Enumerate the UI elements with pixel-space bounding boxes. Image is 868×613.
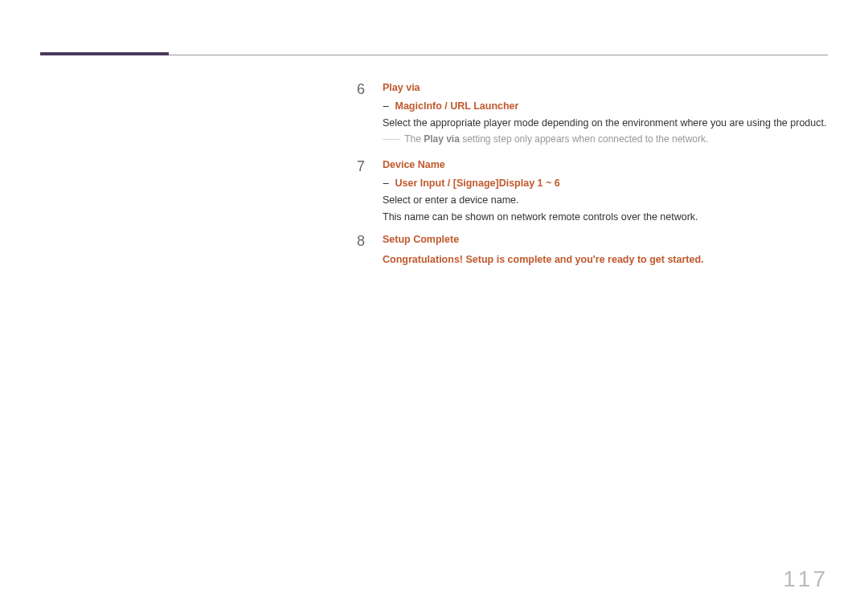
dash-icon: ‒ bbox=[383, 99, 389, 114]
step-number: 7 bbox=[357, 157, 383, 226]
content-area: 6 Play via ‒ MagicInfo / URL Launcher Se… bbox=[357, 80, 828, 274]
step-6: 6 Play via ‒ MagicInfo / URL Launcher Se… bbox=[357, 80, 828, 151]
sub-highlight: MagicInfo / URL Launcher bbox=[395, 100, 518, 112]
page-number: 117 bbox=[783, 566, 828, 592]
note-post-text: setting step only appears when connected… bbox=[460, 133, 709, 145]
step-note: ―― The Play via setting step only appear… bbox=[383, 132, 828, 146]
step-8: 8 Setup Complete Congratulations! Setup … bbox=[357, 232, 828, 268]
step-heading: Device Name bbox=[383, 157, 828, 173]
note-bold-text: Play via bbox=[424, 133, 460, 145]
sub-highlight: User Input / [Signage]Display 1 ~ 6 bbox=[395, 178, 559, 189]
note-pre-text: The bbox=[404, 133, 424, 145]
step-body: Setup Complete Congratulations! Setup is… bbox=[383, 232, 828, 268]
dash-icon: ‒ bbox=[383, 176, 389, 191]
step-heading: Play via bbox=[383, 80, 828, 96]
step-body: Device Name ‒ User Input / [Signage]Disp… bbox=[383, 157, 828, 226]
step-body-text-2: This name can be shown on network remote… bbox=[383, 210, 828, 225]
step-body-text: Select or enter a device name. bbox=[383, 193, 828, 208]
step-body: Play via ‒ MagicInfo / URL Launcher Sele… bbox=[383, 80, 828, 151]
step-body-text: Select the appropriate player mode depen… bbox=[383, 116, 828, 131]
step-number: 6 bbox=[357, 80, 383, 151]
step-heading: Setup Complete bbox=[383, 232, 828, 247]
step-highlight-body: Congratulations! Setup is complete and y… bbox=[383, 252, 828, 268]
step-sub-item: ‒ MagicInfo / URL Launcher bbox=[383, 99, 828, 114]
step-7: 7 Device Name ‒ User Input / [Signage]Di… bbox=[357, 157, 828, 226]
note-prefix-icon: ―― bbox=[383, 133, 399, 145]
header-accent-bar bbox=[40, 52, 169, 55]
step-number: 8 bbox=[357, 232, 383, 268]
step-sub-item: ‒ User Input / [Signage]Display 1 ~ 6 bbox=[383, 176, 828, 191]
